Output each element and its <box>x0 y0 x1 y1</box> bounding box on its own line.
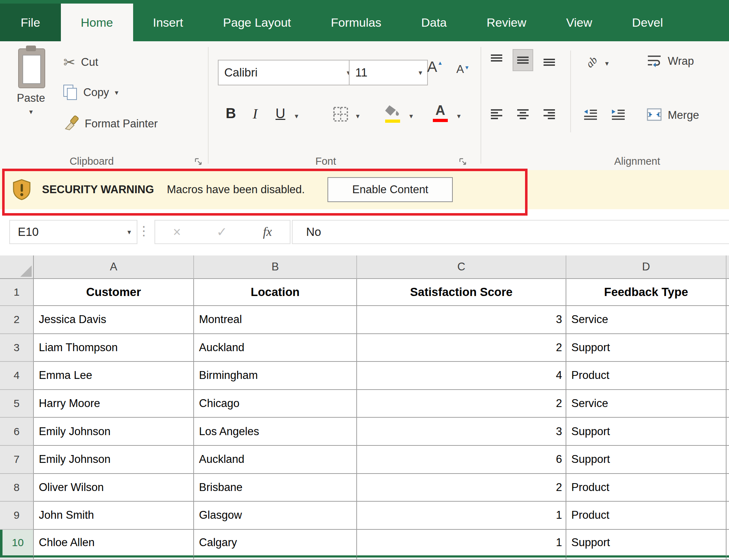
row-header-1[interactable]: 1 <box>0 279 34 306</box>
cell-d2[interactable]: Service <box>566 306 727 334</box>
merge-center-button[interactable]: Merge <box>646 107 699 123</box>
clipboard-dialog-launcher-icon[interactable] <box>194 157 203 167</box>
row-header-3[interactable]: 3 <box>0 334 34 362</box>
cell-d7[interactable]: Support <box>566 446 727 474</box>
underline-button[interactable]: U <box>276 106 285 121</box>
tab-view[interactable]: View <box>546 4 612 41</box>
cell-e9-partial[interactable] <box>727 502 729 530</box>
row-header-9[interactable]: 9 <box>0 502 34 530</box>
cell-b8[interactable]: Brisbane <box>194 474 357 502</box>
cancel-icon[interactable]: × <box>173 224 181 240</box>
cell-c1[interactable]: Satisfaction Score <box>357 279 566 306</box>
cell-d9[interactable]: Product <box>566 502 727 530</box>
cell-d8[interactable]: Product <box>566 474 727 502</box>
row-header-10-selected[interactable]: 10 <box>0 530 34 558</box>
column-header-c[interactable]: C <box>357 255 566 279</box>
increase-indent-button[interactable] <box>608 104 629 126</box>
cell-e3-partial[interactable] <box>727 334 729 362</box>
name-box[interactable]: E10 ▾ <box>9 220 137 244</box>
cell-b7[interactable]: Auckland <box>194 446 357 474</box>
row-header-5[interactable]: 5 <box>0 390 34 418</box>
cell-a6[interactable]: Emily Johnson <box>34 418 194 446</box>
row-header-11-partial[interactable] <box>0 558 34 560</box>
cell-e6-partial[interactable] <box>727 418 729 446</box>
cell-a4[interactable]: Emma Lee <box>34 362 194 390</box>
font-color-button[interactable]: A <box>433 103 448 122</box>
tab-review[interactable]: Review <box>467 4 546 41</box>
middle-align-button[interactable] <box>513 49 533 71</box>
align-right-button[interactable] <box>539 104 560 126</box>
chevron-down-icon[interactable]: ▾ <box>409 112 413 120</box>
orientation-button[interactable]: ab <box>582 52 602 72</box>
cell-d4[interactable]: Product <box>566 362 727 390</box>
cell-a3[interactable]: Liam Thompson <box>34 334 194 362</box>
cell-e5-partial[interactable] <box>727 390 729 418</box>
increase-font-size-button[interactable]: A▲ <box>427 58 442 75</box>
cell-c10[interactable]: 1 <box>357 530 566 558</box>
row-header-4[interactable]: 4 <box>0 362 34 390</box>
fill-color-button[interactable] <box>384 105 401 123</box>
cell-c9[interactable]: 1 <box>357 502 566 530</box>
align-left-button[interactable] <box>486 104 507 126</box>
wrap-text-button[interactable]: Wrap <box>646 53 694 69</box>
cell-c8[interactable]: 2 <box>357 474 566 502</box>
cell-e11-partial[interactable] <box>727 558 729 560</box>
font-name-select[interactable]: Calibri ▾ <box>218 60 356 85</box>
column-header-e-partial[interactable] <box>727 255 729 279</box>
cell-c11-partial[interactable] <box>357 558 566 560</box>
tab-formulas[interactable]: Formulas <box>311 4 401 41</box>
cell-a9[interactable]: John Smith <box>34 502 194 530</box>
copy-button[interactable]: Copy ▾ <box>63 85 118 100</box>
enter-check-icon[interactable]: ✓ <box>216 224 227 239</box>
cell-b11-partial[interactable] <box>194 558 357 560</box>
cell-d1[interactable]: Feedback Type <box>566 279 727 306</box>
tab-page-layout[interactable]: Page Layout <box>203 4 311 41</box>
column-header-d[interactable]: D <box>566 255 727 279</box>
insert-function-icon[interactable]: fx <box>263 225 272 239</box>
formula-bar-resize-handle[interactable]: ⋮ <box>137 223 150 238</box>
font-size-select[interactable]: 11 ▾ <box>349 60 428 85</box>
cell-b6[interactable]: Los Angeles <box>194 418 357 446</box>
align-center-button[interactable] <box>513 104 533 126</box>
formula-bar-input[interactable]: No <box>292 220 729 244</box>
cell-b10[interactable]: Calgary <box>194 530 357 558</box>
chevron-down-icon[interactable]: ▾ <box>295 112 298 120</box>
chevron-down-icon[interactable]: ▾ <box>605 60 609 67</box>
cell-e1-partial[interactable] <box>727 279 729 306</box>
cell-c5[interactable]: 2 <box>357 390 566 418</box>
cell-e7-partial[interactable] <box>727 446 729 474</box>
cell-b2[interactable]: Montreal <box>194 306 357 334</box>
paste-button[interactable]: Paste ▾ <box>8 46 54 115</box>
cell-b4[interactable]: Birmingham <box>194 362 357 390</box>
bold-button[interactable]: B <box>226 105 236 121</box>
bottom-align-button[interactable] <box>539 49 560 71</box>
cell-a2[interactable]: Jessica Davis <box>34 306 194 334</box>
cell-d11-partial[interactable] <box>566 558 727 560</box>
font-dialog-launcher-icon[interactable] <box>458 157 468 167</box>
chevron-down-icon[interactable]: ▾ <box>356 112 360 120</box>
tab-home[interactable]: Home <box>61 4 133 41</box>
cell-b5[interactable]: Chicago <box>194 390 357 418</box>
tab-insert[interactable]: Insert <box>133 4 203 41</box>
row-header-6[interactable]: 6 <box>0 418 34 446</box>
tab-data[interactable]: Data <box>401 4 467 41</box>
italic-button[interactable]: I <box>253 105 257 122</box>
cell-c6[interactable]: 3 <box>357 418 566 446</box>
cell-c7[interactable]: 6 <box>357 446 566 474</box>
decrease-indent-button[interactable] <box>580 104 601 126</box>
cut-button[interactable]: ✂ Cut <box>63 54 98 70</box>
cell-b3[interactable]: Auckland <box>194 334 357 362</box>
row-header-2[interactable]: 2 <box>0 306 34 334</box>
cell-d3[interactable]: Support <box>566 334 727 362</box>
format-painter-button[interactable]: Format Painter <box>63 115 158 132</box>
cell-c2[interactable]: 3 <box>357 306 566 334</box>
cell-b9[interactable]: Glasgow <box>194 502 357 530</box>
enable-content-button[interactable]: Enable Content <box>327 177 453 202</box>
cell-a7[interactable]: Emily Johnson <box>34 446 194 474</box>
chevron-down-icon[interactable]: ▾ <box>457 112 461 120</box>
cell-a1[interactable]: Customer <box>34 279 194 306</box>
row-header-7[interactable]: 7 <box>0 446 34 474</box>
cell-e10-partial[interactable] <box>727 530 729 558</box>
cell-d6[interactable]: Support <box>566 418 727 446</box>
cell-d10[interactable]: Support <box>566 530 727 558</box>
